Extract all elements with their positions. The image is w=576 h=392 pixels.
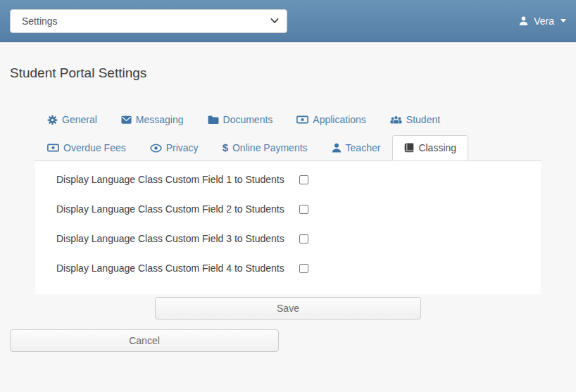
tab-classing[interactable]: Classing [392, 132, 468, 160]
book-icon [404, 143, 414, 153]
user-icon [332, 143, 342, 153]
tab-messaging[interactable]: Messaging [109, 104, 196, 132]
eye-icon [150, 144, 162, 153]
settings-tabs: General Messaging Documents Applications… [35, 104, 541, 161]
setting-row: Display Language Class Custom Field 2 to… [35, 194, 541, 224]
tab-label: Privacy [166, 142, 199, 153]
tab-label: Messaging [136, 114, 184, 125]
tab-privacy[interactable]: Privacy [138, 132, 211, 160]
custom-field-3-checkbox[interactable] [299, 234, 308, 244]
tab-label: Applications [313, 114, 366, 125]
custom-field-2-checkbox[interactable] [299, 205, 308, 214]
caret-down-icon [561, 19, 566, 23]
page-title: Student Portal Settings [10, 65, 566, 81]
money-bill-icon [47, 143, 59, 153]
money-bill-icon [296, 115, 308, 125]
setting-label: Display Language Class Custom Field 3 to… [56, 233, 299, 244]
top-navbar: Settings Vera [0, 0, 576, 42]
tab-label: Documents [223, 114, 273, 125]
custom-field-1-checkbox[interactable] [299, 175, 308, 184]
settings-page-select[interactable]: Settings [10, 9, 287, 33]
save-button[interactable]: Save [155, 297, 421, 320]
setting-row: Display Language Class Custom Field 4 to… [35, 253, 541, 283]
setting-label: Display Language Class Custom Field 2 to… [56, 203, 299, 215]
person-icon [518, 15, 529, 26]
tab-label: Overdue Fees [63, 142, 126, 153]
tab-label: Online Payments [232, 142, 308, 153]
user-menu[interactable]: Vera [518, 15, 566, 27]
tab-label: General [62, 114, 97, 125]
tab-general[interactable]: General [35, 104, 109, 132]
users-icon [390, 115, 402, 125]
classing-settings-panel: Display Language Class Custom Field 1 to… [35, 161, 541, 294]
tab-online-payments[interactable]: $ Online Payments [211, 132, 320, 160]
user-name: Vera [534, 15, 554, 27]
setting-row: Display Language Class Custom Field 3 to… [35, 224, 541, 253]
cancel-button[interactable]: Cancel [10, 329, 279, 352]
tab-documents[interactable]: Documents [196, 104, 285, 132]
tab-teacher[interactable]: Teacher [320, 132, 393, 160]
tab-label: Teacher [346, 142, 381, 153]
tab-overdue-fees[interactable]: Overdue Fees [35, 132, 138, 160]
main-container: General Messaging Documents Applications… [35, 104, 541, 320]
tab-label: Student [406, 114, 440, 125]
tab-label: Classing [418, 142, 456, 153]
custom-field-4-checkbox[interactable] [299, 264, 308, 273]
setting-label: Display Language Class Custom Field 1 to… [56, 174, 299, 185]
setting-label: Display Language Class Custom Field 4 to… [56, 263, 299, 274]
envelope-icon [121, 115, 132, 125]
tab-applications[interactable]: Applications [284, 104, 378, 132]
page-select-wrap: Settings [10, 9, 287, 33]
setting-row: Display Language Class Custom Field 1 to… [35, 165, 541, 194]
gear-icon [47, 115, 58, 125]
folder-icon [208, 115, 219, 125]
tab-student[interactable]: Student [378, 104, 452, 132]
